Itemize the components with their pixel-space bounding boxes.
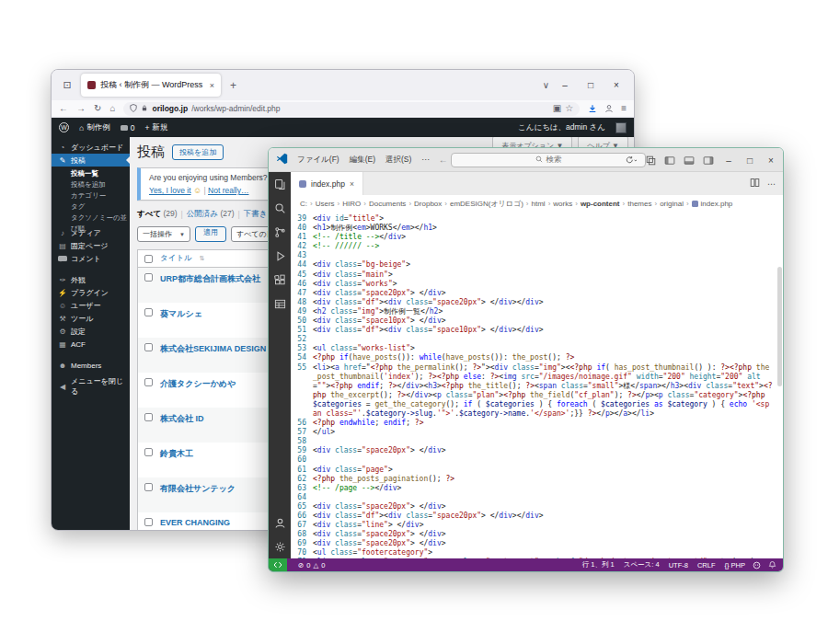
- breadcrumb-segment[interactable]: Users: [316, 200, 335, 208]
- adminbar-new-button[interactable]: + 新規: [144, 122, 167, 133]
- post-title-link[interactable]: 株式会社 ID: [160, 413, 204, 425]
- filter-link[interactable]: すべて (29): [137, 209, 178, 220]
- sidebar-item[interactable]: ⚒ツール: [52, 312, 130, 325]
- sidebar-item[interactable]: ✑外観: [52, 273, 130, 286]
- add-post-button[interactable]: 投稿を追加: [172, 144, 224, 160]
- breadcrumb-segment[interactable]: works: [553, 200, 572, 208]
- search-icon[interactable]: [274, 202, 286, 214]
- breadcrumb-segment[interactable]: wp-content: [581, 200, 620, 208]
- sidebar-item[interactable]: ▤固定ページ: [52, 239, 130, 252]
- breadcrumb-segment[interactable]: html: [532, 200, 546, 208]
- command-search-box[interactable]: 検索: [451, 153, 646, 167]
- nav-back-icon[interactable]: ←: [439, 155, 448, 165]
- firefox-view-icon[interactable]: ⊡: [59, 77, 75, 94]
- minimize-button[interactable]: –: [555, 80, 575, 90]
- breadcrumb-segment[interactable]: themes: [627, 200, 651, 208]
- new-tab-button[interactable]: +: [226, 79, 240, 92]
- menu-item[interactable]: 編集(E): [348, 155, 377, 166]
- settings-gear-icon[interactable]: [274, 541, 286, 553]
- wordpress-logo-icon[interactable]: W: [59, 122, 69, 132]
- sidebar-subitem[interactable]: タグ: [52, 201, 130, 213]
- problems-indicator[interactable]: ⊘0 △0: [294, 561, 325, 569]
- post-title-link[interactable]: 葵マルシェ: [160, 308, 202, 320]
- remote-indicator[interactable]: [269, 558, 287, 571]
- post-title-link[interactable]: 介護タクシーかめや: [160, 378, 236, 390]
- tab-index-php[interactable]: index.php ×: [291, 172, 363, 195]
- post-title-link[interactable]: URP都市総合計画株式会社: [160, 273, 260, 285]
- toggle-sidebar-right-icon[interactable]: [703, 155, 714, 166]
- sidebar-item[interactable]: ◀メニューを閉じる: [52, 380, 130, 393]
- shield-icon[interactable]: [130, 104, 137, 114]
- sidebar-subitem[interactable]: カテゴリー: [52, 190, 130, 201]
- post-title-link[interactable]: EVER CHANGING: [160, 518, 230, 527]
- menu-item[interactable]: ファイル(F): [295, 155, 341, 166]
- code-editor[interactable]: 39<div id="title">40<h1>制作例<em>WORKS</em…: [291, 212, 783, 558]
- sidebar-item[interactable]: ▦ACF: [52, 338, 130, 351]
- run-debug-icon[interactable]: [274, 250, 286, 262]
- sidebar-subitem[interactable]: 投稿一覧: [52, 168, 130, 179]
- browser-tab[interactable]: 投稿 ‹ 制作例 — WordPress ×: [81, 74, 221, 97]
- maximize-button[interactable]: □: [743, 155, 756, 166]
- menu-icon[interactable]: ≡: [621, 104, 627, 113]
- toggle-panel-icon[interactable]: [684, 155, 695, 166]
- minimize-button[interactable]: –: [722, 155, 735, 166]
- row-checkbox[interactable]: [144, 448, 153, 456]
- explorer-icon[interactable]: [274, 178, 286, 190]
- row-checkbox[interactable]: [144, 378, 153, 386]
- close-button[interactable]: ×: [606, 80, 627, 90]
- title-column-header[interactable]: タイトル: [160, 253, 192, 264]
- adminbar-greeting[interactable]: こんにちは、admin さん: [518, 122, 605, 133]
- bookmark-star-icon[interactable]: ☆: [565, 104, 573, 113]
- source-control-icon[interactable]: [274, 226, 286, 238]
- breadcrumb-segment[interactable]: C:: [300, 200, 307, 208]
- apply-button[interactable]: 適用: [195, 226, 226, 242]
- row-checkbox[interactable]: [144, 518, 153, 526]
- status-item[interactable]: CRLF: [697, 561, 716, 569]
- sidebar-subitem[interactable]: 投稿を追加: [52, 179, 130, 190]
- avatar[interactable]: [615, 122, 627, 133]
- tab-close-icon[interactable]: ×: [210, 81, 214, 90]
- notifications-bell-icon[interactable]: [768, 560, 776, 569]
- adminbar-comments[interactable]: 0: [121, 123, 135, 132]
- sort-icon[interactable]: ⇅: [200, 255, 205, 262]
- adminbar-site-link[interactable]: ⌂ 制作例: [79, 122, 110, 133]
- post-title-link[interactable]: 鈴貴木工: [160, 448, 193, 460]
- remote-explorer-icon[interactable]: [274, 298, 286, 310]
- status-item[interactable]: スペース: 4: [624, 560, 660, 569]
- breadcrumb-segment[interactable]: original: [660, 200, 684, 208]
- split-editor-icon[interactable]: [750, 178, 760, 190]
- row-checkbox[interactable]: [144, 483, 153, 491]
- status-item[interactable]: UTF-8: [669, 561, 688, 569]
- account-icon[interactable]: [274, 517, 286, 529]
- sidebar-item[interactable]: ♪メディア: [52, 226, 130, 239]
- select-all-checkbox[interactable]: [144, 255, 153, 263]
- breadcrumb-segment[interactable]: index.php: [692, 200, 733, 208]
- picture-in-picture-icon[interactable]: ▣: [553, 104, 561, 113]
- breadcrumb-segment[interactable]: Documents: [369, 200, 406, 208]
- notice-yes-link[interactable]: Yes, I love it: [149, 186, 191, 195]
- sidebar-item[interactable]: ⚙設定: [52, 325, 130, 338]
- post-title-link[interactable]: 有限会社サンテック: [160, 483, 236, 495]
- breadcrumb-segment[interactable]: HIRO: [342, 200, 361, 208]
- lock-icon[interactable]: [141, 104, 148, 114]
- extensions-icon[interactable]: [274, 274, 286, 286]
- row-checkbox[interactable]: [144, 273, 153, 282]
- status-item[interactable]: {} PHP: [724, 561, 745, 569]
- breadcrumb-segment[interactable]: emDESIGN(オリロゴ): [450, 199, 523, 209]
- menu-item[interactable]: ⋯: [420, 155, 431, 166]
- sidebar-subitem[interactable]: タクソノミーの並び順: [52, 213, 130, 224]
- sidebar-item[interactable]: コメント: [52, 252, 130, 265]
- row-checkbox[interactable]: [144, 308, 153, 316]
- reload-icon[interactable]: ↻: [94, 104, 101, 113]
- bulk-actions-select[interactable]: 一括操作▼: [137, 226, 190, 242]
- downloads-icon[interactable]: [588, 100, 597, 117]
- sidebar-item[interactable]: ⚡プラグイン: [52, 286, 130, 299]
- sidebar-item[interactable]: ✎投稿: [52, 154, 130, 167]
- back-icon[interactable]: ←: [59, 104, 68, 113]
- editor-scrollbar[interactable]: [777, 267, 782, 386]
- sidebar-item[interactable]: ◔ダッシュボード: [52, 141, 130, 154]
- post-title-link[interactable]: 株式会社SEKIJIMA DESIGN: [160, 343, 266, 355]
- forward-icon[interactable]: →: [76, 104, 86, 113]
- copilot-icon[interactable]: [753, 561, 761, 569]
- close-button[interactable]: ×: [765, 155, 777, 166]
